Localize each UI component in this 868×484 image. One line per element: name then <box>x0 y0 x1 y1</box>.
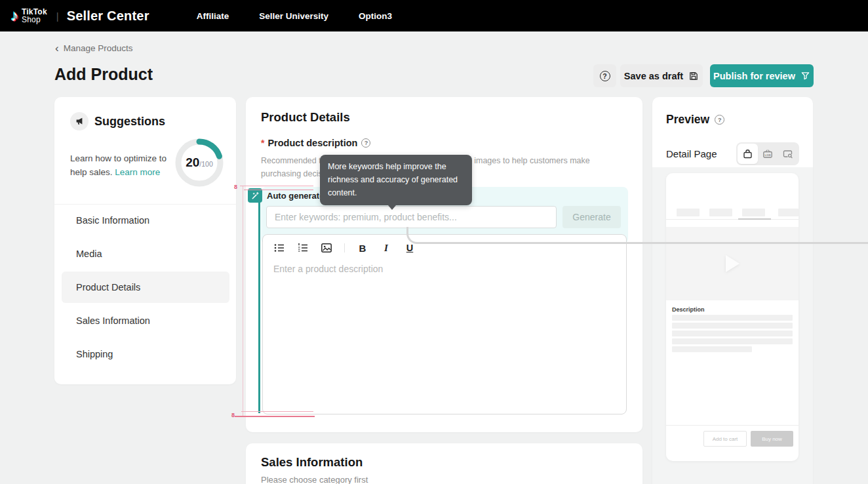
preview-mode-switcher: LIVE <box>736 142 799 165</box>
suggestions-panel: Suggestions Learn how to optimize to hel… <box>54 97 236 384</box>
svg-text:LIVE: LIVE <box>765 153 772 157</box>
sidebar-item-sales-information[interactable]: Sales Information <box>62 305 229 336</box>
text-placeholder-bar <box>672 323 793 329</box>
ordered-list-icon[interactable] <box>297 242 309 254</box>
text-placeholder-bar <box>672 315 793 321</box>
phone-mockup: Description Add to cart Buy now <box>666 173 799 461</box>
save-as-draft-label: Save as draft <box>624 71 683 81</box>
score-text: 20 /100 <box>175 138 224 187</box>
nav-item-affiliate[interactable]: Affiliate <box>197 11 229 21</box>
generate-button[interactable]: Generate <box>562 206 621 228</box>
publish-for-review-button[interactable]: Publish for review <box>710 64 814 87</box>
question-icon[interactable]: ? <box>361 138 370 148</box>
breadcrumb[interactable]: ‹ Manage Products <box>55 43 132 53</box>
sales-information-title: Sales Information <box>261 455 363 470</box>
annotation-vertical-line <box>243 186 243 417</box>
sidebar-item-media[interactable]: Media <box>62 238 229 270</box>
text-placeholder-bar <box>672 331 793 336</box>
product-details-title: Product Details <box>261 110 350 125</box>
suggestions-title: Suggestions <box>94 115 165 129</box>
active-tab-underline <box>738 218 771 220</box>
megaphone-icon <box>75 117 84 126</box>
description-editor[interactable]: B I U Enter a product description <box>262 234 627 414</box>
annotation-bottom-label: 8 <box>231 412 235 418</box>
add-to-cart-button[interactable]: Add to cart <box>703 431 747 447</box>
phone-description-label: Description <box>672 306 705 313</box>
seller-center-title[interactable]: Seller Center <box>67 9 149 24</box>
text-placeholder-bar <box>672 346 752 352</box>
placeholder-tab <box>778 209 799 216</box>
sidebar-item-product-details[interactable]: Product Details <box>62 272 229 303</box>
text-placeholder-bar <box>672 338 793 344</box>
required-asterisk: * <box>261 138 264 148</box>
preview-title-row: Preview ? <box>666 113 724 127</box>
tab-divider <box>666 219 799 220</box>
help-button[interactable]: ? <box>593 64 616 87</box>
preview-stage: Description Add to cart Buy now Please n… <box>652 167 813 484</box>
save-as-draft-button[interactable]: Save as draft <box>620 64 703 87</box>
sidebar-item-shipping[interactable]: Shipping <box>62 338 229 370</box>
bullet-list-icon[interactable] <box>273 242 285 254</box>
product-description-field-label-row: * Product description ? <box>261 138 370 148</box>
page-title: Add Product <box>54 65 153 84</box>
magic-wand-badge <box>248 188 262 203</box>
nav-menu: Affiliate Seller University Option3 <box>197 11 392 21</box>
tiktok-shop-logo[interactable]: TikTok Shop <box>22 8 47 24</box>
footer-divider <box>666 425 799 426</box>
funnel-icon <box>800 71 810 81</box>
preview-title: Preview <box>666 113 709 127</box>
keywords-input[interactable] <box>266 206 557 228</box>
brand-line-2: Shop <box>22 16 47 24</box>
tab-live-preview[interactable]: LIVE <box>758 144 778 164</box>
score-max: /100 <box>199 160 212 168</box>
sales-information-section: Sales Information Please choose category… <box>246 443 642 484</box>
nav-divider: | <box>56 10 59 22</box>
suggestions-intro: Learn how to optimize to help sales. Lea… <box>70 151 170 179</box>
tiktok-note-icon: ♪ <box>10 8 18 24</box>
question-icon[interactable]: ? <box>715 115 724 125</box>
highlight-guide-line <box>258 201 260 413</box>
italic-button[interactable]: I <box>380 242 392 254</box>
placeholder-tab <box>709 209 732 216</box>
product-details-section: Product Details * Product description ? … <box>246 97 642 432</box>
preview-panel: Preview ? Detail Page LIVE <box>652 97 813 484</box>
underline-button[interactable]: U <box>404 242 416 254</box>
score-ring: 20 /100 <box>175 138 224 187</box>
question-icon: ? <box>600 71 610 81</box>
save-icon <box>688 71 699 81</box>
live-icon: LIVE <box>762 148 774 159</box>
product-description-label: Product description <box>267 138 357 148</box>
megaphone-icon-wrap <box>70 112 89 131</box>
preview-mode-label: Detail Page <box>666 148 717 159</box>
sales-information-subtitle: Please choose category first <box>261 475 368 484</box>
publish-label: Publish for review <box>713 71 795 81</box>
browse-icon <box>782 148 793 159</box>
tab-detail-page[interactable] <box>738 144 758 164</box>
top-navbar: ♪ TikTok Shop | Seller Center Affiliate … <box>0 0 868 31</box>
tab-search-preview[interactable] <box>778 144 798 164</box>
nav-item-option3[interactable]: Option3 <box>359 11 392 21</box>
editor-placeholder: Enter a product description <box>273 264 383 274</box>
learn-more-link[interactable]: Learn more <box>115 167 160 177</box>
play-icon <box>726 255 740 272</box>
placeholder-tab <box>677 209 700 216</box>
media-placeholder <box>666 227 799 300</box>
nav-item-seller-university[interactable]: Seller University <box>259 11 328 21</box>
image-icon[interactable] <box>321 242 332 254</box>
magic-wand-icon <box>251 192 260 200</box>
placeholder-tab <box>742 209 765 216</box>
chevron-left-icon: ‹ <box>55 44 59 52</box>
buy-now-button[interactable]: Buy now <box>751 431 793 447</box>
bold-button[interactable]: B <box>357 242 368 254</box>
breadcrumb-label: Manage Products <box>64 43 133 53</box>
sidebar-item-basic-information[interactable]: Basic Information <box>62 205 229 236</box>
score-value: 20 <box>186 155 199 170</box>
bag-icon <box>742 148 753 159</box>
keywords-tooltip: More keywords help improve the richness … <box>320 155 472 205</box>
editor-toolbar: B I U <box>263 235 626 254</box>
toolbar-divider <box>344 243 345 252</box>
